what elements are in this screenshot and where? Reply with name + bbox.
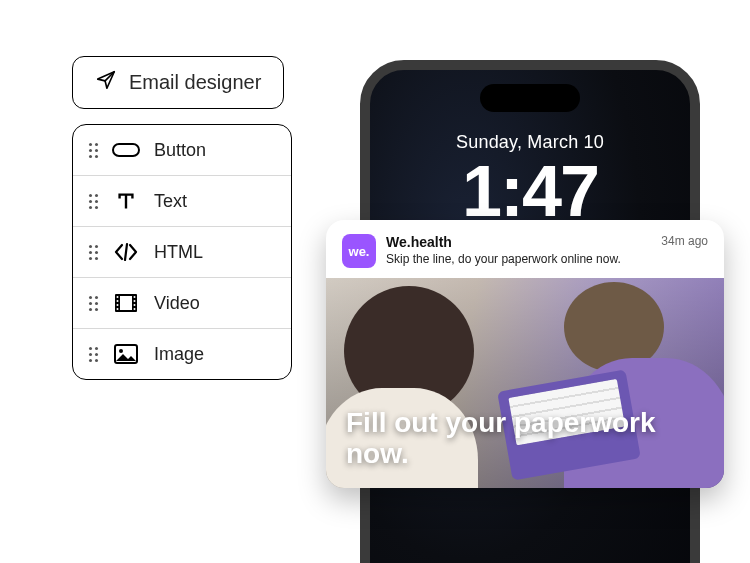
app-icon-text: we. xyxy=(349,244,370,259)
lockscreen: Sunday, March 10 1:47 xyxy=(370,132,690,227)
email-designer-button[interactable]: Email designer xyxy=(72,56,284,109)
svg-point-7 xyxy=(134,300,136,302)
notification-time: 34m ago xyxy=(661,234,708,248)
component-image[interactable]: Image xyxy=(73,329,291,379)
code-icon xyxy=(112,241,140,263)
email-designer-label: Email designer xyxy=(129,71,261,94)
send-icon xyxy=(95,69,117,96)
notification-body: Skip the line, do your paperwork online … xyxy=(386,252,651,266)
component-text[interactable]: Text xyxy=(73,176,291,227)
component-label: Button xyxy=(154,140,206,161)
text-icon xyxy=(112,190,140,212)
notification-header: we. We.health Skip the line, do your pap… xyxy=(326,220,724,278)
phone-notch xyxy=(480,84,580,112)
drag-handle-icon[interactable] xyxy=(89,143,98,158)
svg-point-4 xyxy=(117,304,119,306)
lockscreen-date: Sunday, March 10 xyxy=(370,132,690,153)
image-icon xyxy=(112,343,140,365)
svg-point-5 xyxy=(117,308,119,310)
drag-handle-icon[interactable] xyxy=(89,296,98,311)
component-video[interactable]: Video xyxy=(73,278,291,329)
component-label: Image xyxy=(154,344,204,365)
drag-handle-icon[interactable] xyxy=(89,194,98,209)
button-icon xyxy=(112,139,140,161)
video-icon xyxy=(112,292,140,314)
lockscreen-time: 1:47 xyxy=(370,155,690,227)
component-label: Video xyxy=(154,293,200,314)
component-html[interactable]: HTML xyxy=(73,227,291,278)
push-notification[interactable]: we. We.health Skip the line, do your pap… xyxy=(326,220,724,488)
notification-app-name: We.health xyxy=(386,234,651,250)
notification-image: Fill out your paperwork now. xyxy=(326,278,724,488)
component-label: Text xyxy=(154,191,187,212)
component-palette: Button Text HTML Video Image xyxy=(72,124,292,380)
app-icon: we. xyxy=(342,234,376,268)
notification-meta: We.health Skip the line, do your paperwo… xyxy=(386,234,651,266)
component-button[interactable]: Button xyxy=(73,125,291,176)
drag-handle-icon[interactable] xyxy=(89,347,98,362)
svg-rect-1 xyxy=(120,296,132,310)
svg-point-11 xyxy=(119,349,123,353)
drag-handle-icon[interactable] xyxy=(89,245,98,260)
svg-point-6 xyxy=(134,296,136,298)
svg-point-3 xyxy=(117,300,119,302)
svg-point-8 xyxy=(134,304,136,306)
notification-overlay-text: Fill out your paperwork now. xyxy=(346,408,704,470)
svg-point-9 xyxy=(134,308,136,310)
svg-point-2 xyxy=(117,296,119,298)
component-label: HTML xyxy=(154,242,203,263)
